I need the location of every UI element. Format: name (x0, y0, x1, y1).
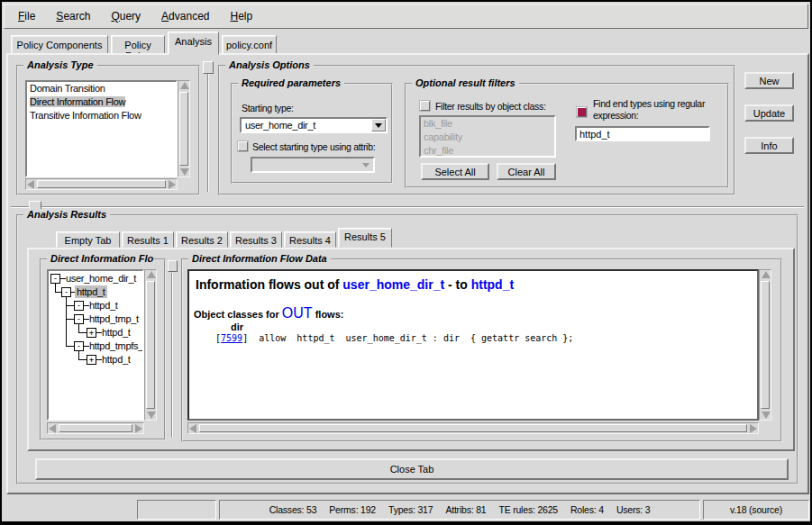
menu-help[interactable]: Help (224, 7, 259, 25)
list-item: capability (421, 131, 554, 144)
tree-node[interactable]: httpd_t (100, 353, 132, 366)
scroll-down-icon[interactable] (762, 412, 771, 419)
target-type: httpd_t (471, 277, 514, 292)
list-item[interactable]: Domain Transition (27, 82, 176, 95)
tree-node[interactable]: user_home_dir_t (64, 272, 138, 285)
scroll-left-icon[interactable] (189, 424, 196, 433)
menu-advanced[interactable]: Advanced (155, 7, 215, 25)
attrib-combobox (251, 157, 375, 173)
analysis-type-title: Analysis Type (23, 59, 97, 70)
sash-handle[interactable] (203, 61, 214, 74)
list-item[interactable]: Transitive Information Flow (27, 109, 176, 122)
object-class-checkbox[interactable] (420, 101, 430, 111)
tree-connector (66, 346, 74, 347)
tab-results-1[interactable]: Results 1 (122, 231, 174, 248)
collapse-icon[interactable]: - (74, 341, 84, 351)
status-version-box: v.18 (source) (703, 500, 809, 520)
analysis-type-group: Analysis Type Domain Transition Direct I… (16, 65, 200, 195)
stat-types: Types: 317 (388, 504, 433, 515)
tab-analysis[interactable]: Analysis (168, 32, 219, 55)
tab-results-3[interactable]: Results 3 (230, 231, 282, 248)
close-tab-button[interactable]: Close Tab (35, 458, 789, 480)
analysis-type-list[interactable]: Domain Transition Direct Information Flo… (25, 80, 178, 177)
tab-results-4[interactable]: Results 4 (284, 231, 336, 248)
tab-policy-components[interactable]: Policy Components (11, 35, 108, 54)
flow-direction: OUT (282, 305, 313, 321)
menu-query[interactable]: Query (105, 7, 147, 25)
flow-data-group: Direct Information Flow Data Information… (181, 258, 782, 442)
scrollbar-thumb[interactable] (146, 281, 155, 409)
starting-type-combobox[interactable]: user_home_dir_t (240, 117, 388, 133)
analysis-results-title: Analysis Results (23, 209, 110, 220)
rule-number-link[interactable]: 7599 (221, 333, 242, 343)
tree-node[interactable]: httpd_t (100, 326, 132, 339)
scroll-up-icon[interactable] (762, 271, 771, 278)
list-item: blk_file (421, 117, 554, 131)
dropdown-arrow-icon[interactable] (371, 119, 386, 131)
flow-data-title: Direct Information Flow Data (188, 253, 331, 264)
scroll-up-icon[interactable] (147, 271, 156, 278)
scroll-up-icon[interactable] (180, 82, 189, 89)
analysis-type-vscrollbar[interactable] (178, 80, 190, 177)
pane-divider (171, 273, 173, 437)
scroll-right-icon[interactable] (750, 424, 757, 433)
scroll-right-icon[interactable] (135, 424, 142, 433)
data-hscrollbar[interactable] (187, 422, 759, 434)
scroll-right-icon[interactable] (169, 180, 176, 189)
data-vscrollbar[interactable] (759, 269, 771, 421)
scrollbar-thumb[interactable] (59, 424, 132, 432)
tree-node[interactable]: httpd_t (75, 285, 107, 298)
scrollbar-thumb[interactable] (761, 281, 770, 409)
stat-users: Users: 3 (616, 504, 651, 515)
required-parameters-group: Required parameters Starting type: user_… (231, 83, 393, 184)
new-button[interactable]: New (744, 72, 794, 89)
tree-node[interactable]: httpd_tmp_t (87, 312, 141, 325)
scroll-left-icon[interactable] (49, 424, 56, 433)
analysis-type-hscrollbar[interactable] (25, 178, 178, 190)
sash-handle[interactable] (168, 260, 178, 272)
clear-all-button[interactable]: Clear All (497, 163, 556, 180)
attrib-checkbox[interactable] (238, 141, 248, 151)
list-item: chr_file (421, 144, 554, 158)
tab-results-2[interactable]: Results 2 (176, 231, 228, 248)
starting-type-label: Starting type: (242, 103, 294, 113)
select-all-button[interactable]: Select All (421, 163, 489, 180)
collapse-icon[interactable]: - (74, 314, 84, 324)
tree-vscrollbar[interactable] (144, 269, 157, 421)
collapse-icon[interactable]: - (61, 287, 71, 297)
optional-filters-group: Optional result filters Filter results b… (405, 83, 729, 188)
dropdown-arrow-icon (359, 158, 373, 171)
tree-node[interactable]: httpd_tmpfs_t (87, 339, 144, 352)
source-type: user_home_dir_t (342, 277, 444, 292)
collapse-icon[interactable]: - (74, 301, 84, 311)
expand-icon[interactable]: + (87, 355, 96, 365)
tree-hscrollbar[interactable] (47, 422, 144, 434)
scroll-down-icon[interactable] (147, 412, 156, 419)
scrollbar-thumb[interactable] (37, 180, 166, 188)
expand-icon[interactable]: + (87, 328, 96, 338)
tab-policy-conf[interactable]: policy.conf (222, 35, 277, 54)
tree-node[interactable]: httpd_t (87, 299, 120, 312)
pane-divider (207, 73, 209, 192)
scrollbar-thumb[interactable] (179, 92, 188, 166)
flow-tree[interactable]: - user_home_dir_t - httpd_t - httpd_t - … (47, 269, 144, 421)
required-parameters-title: Required parameters (238, 77, 344, 88)
flow-data-textarea[interactable]: Information flows out of user_home_dir_t… (187, 269, 759, 421)
menu-search[interactable]: Search (50, 7, 96, 25)
menu-bar: File Search Query Advanced Help (4, 4, 808, 29)
scroll-left-icon[interactable] (27, 180, 34, 189)
tab-results-5[interactable]: Results 5 (338, 228, 392, 248)
scroll-down-icon[interactable] (180, 168, 189, 176)
analysis-options-group: Analysis Options Required parameters Sta… (218, 65, 735, 195)
tab-policy-rules[interactable]: Policy Rules (111, 35, 165, 54)
regex-checkbox[interactable] (577, 107, 587, 117)
info-button[interactable]: Info (744, 137, 794, 154)
list-item[interactable]: Direct Information Flow (27, 95, 176, 109)
collapse-icon[interactable]: - (50, 274, 60, 284)
menu-file[interactable]: File (12, 7, 41, 25)
update-button[interactable]: Update (744, 104, 794, 122)
scrollbar-thumb[interactable] (199, 424, 747, 432)
results-page: Direct Information Flow T (27, 248, 795, 451)
regex-input[interactable] (575, 126, 710, 141)
tab-empty-tab[interactable]: Empty Tab (56, 231, 120, 248)
